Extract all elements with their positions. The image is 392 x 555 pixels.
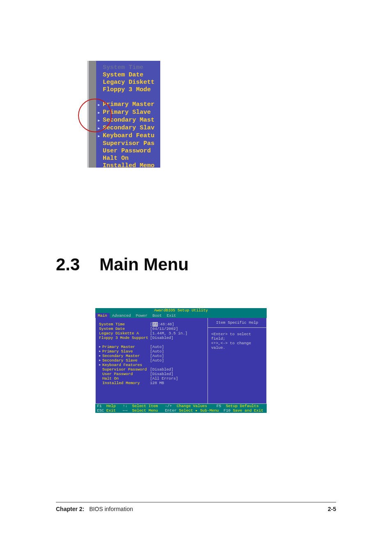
triangle-icon: ▶	[98, 109, 103, 117]
menu-label: Secondary Slav	[103, 124, 154, 131]
field-value: [Auto]	[150, 358, 164, 363]
menu-label: Floppy 3 Mode	[103, 86, 151, 93]
tab-main[interactable]: Main	[95, 313, 110, 318]
field-value: [04/11/2002]	[150, 327, 178, 331]
field-label: Keyboard Features	[102, 363, 150, 367]
submenu-row[interactable]: ▶Primary Slave[Auto]	[99, 349, 204, 354]
footer-row: ESC Exit ←→ Select Menu Enter Select ▸ S…	[97, 408, 265, 413]
field-label: Halt On	[102, 376, 150, 381]
field-row[interactable]: Halt On[All Errors]	[99, 376, 204, 381]
field-label: System Date	[99, 327, 150, 331]
field-row[interactable]: Floppy 3 Mode Support [Disabled]	[99, 336, 204, 340]
triangle-icon: ▶	[99, 349, 102, 354]
triangle-icon: ▶	[98, 125, 103, 132]
menu-label: Keyboard Featu	[103, 132, 154, 139]
list-item: ▶Secondary Mast	[98, 117, 160, 124]
list-item: System Date	[98, 71, 160, 79]
bios-crop-figure: System Time System Date Legacy Diskett F…	[87, 61, 160, 168]
bios-full-figure: AwardBIOS Setup Utility Main Advanced Po…	[95, 308, 267, 413]
cursor-block: 22	[152, 322, 158, 327]
list-item: ▶Primary Slave	[98, 109, 160, 117]
tab-advanced[interactable]: Advanced	[110, 313, 134, 318]
triangle-icon: ▶	[98, 117, 103, 124]
field-value: [1.44M, 3.5 in.]	[150, 331, 187, 336]
menu-label: User Password	[103, 147, 151, 154]
field-value-rest: :48:40]	[158, 322, 174, 327]
field-value: 128 MB	[150, 381, 164, 385]
submenu-row[interactable]: ▶Secondary Slave[Auto]	[99, 358, 204, 363]
field-value: [Auto]	[150, 354, 164, 358]
field-label: Legacy Diskette A	[99, 331, 150, 336]
triangle-icon: ▶	[98, 101, 103, 109]
chapter-title: BIOS information	[89, 506, 133, 512]
tab-exit[interactable]: Exit	[164, 313, 179, 318]
field-row[interactable]: Supervisor Password[Disabled]	[99, 367, 204, 372]
field-value: [22:48:40]	[150, 322, 174, 327]
field-label: Secondary Slave	[102, 358, 150, 363]
submenu-row[interactable]: ▶Keyboard Features	[99, 363, 204, 367]
field-value: [All Errors]	[150, 376, 178, 381]
triangle-icon: ▶	[99, 354, 102, 358]
tab-power[interactable]: Power	[133, 313, 150, 318]
list-item: ▶Keyboard Featu	[98, 132, 160, 140]
hotkey: ←→ Select Menu	[123, 408, 165, 413]
hotkey: -/+ Change Values	[165, 404, 216, 408]
bios-crop-content: System Time System Date Legacy Diskett F…	[96, 61, 160, 168]
menu-label: Legacy Diskett	[103, 79, 154, 86]
hotkey: Enter Select ▸ Sub-Menu	[165, 408, 224, 413]
bios-body: System Time [22:48:40] System Date [04/1…	[95, 318, 267, 404]
menu-label: System Time	[103, 64, 143, 71]
bios-footer: F1 Help ↑↓ Select Item -/+ Change Values…	[95, 404, 267, 413]
menu-label: Secondary Mast	[103, 117, 154, 124]
bios-main-pane: System Time [22:48:40] System Date [04/1…	[95, 318, 208, 404]
field-row[interactable]: System Date [04/11/2002]	[99, 327, 204, 331]
submenu-row[interactable]: ▶Primary Master[Auto]	[99, 345, 204, 349]
list-item: User Password	[98, 147, 160, 155]
tab-boot[interactable]: Boot	[150, 313, 164, 318]
menu-label: Supervisor Pas	[103, 140, 154, 147]
field-value: [Disabled]	[150, 367, 173, 372]
field-label: Primary Master	[102, 345, 150, 349]
field-label: System Time	[99, 322, 150, 327]
list-item: Legacy Diskett	[98, 79, 160, 86]
hotkey: F10 Save and Exit	[224, 408, 263, 413]
field-row[interactable]: User Password[Disabled]	[99, 372, 204, 376]
field-label: Supervisor Password	[102, 367, 150, 372]
field-value: [Disabled]	[150, 372, 173, 376]
hotkey: ↑↓ Select Item	[123, 404, 165, 408]
list-item: System Time	[98, 64, 160, 71]
list-item: Supervisor Pas	[98, 140, 160, 147]
submenu-row[interactable]: ▶Secondary Master[Auto]	[99, 354, 204, 358]
field-label: Primary Slave	[102, 349, 150, 354]
field-row[interactable]: Legacy Diskette A [1.44M, 3.5 in.]	[99, 331, 204, 336]
chapter-number: Chapter 2:	[56, 506, 84, 512]
field-label: Floppy 3 Mode Support	[99, 336, 150, 340]
hotkey: F5 Setup Defaults	[217, 404, 259, 408]
triangle-icon: ▶	[99, 345, 102, 349]
footer-row: F1 Help ↑↓ Select Item -/+ Change Values…	[97, 404, 265, 408]
field-label: Secondary Master	[102, 354, 150, 358]
section-heading: 2.3 Main Menu	[56, 255, 189, 274]
triangle-icon: ▶	[99, 358, 102, 363]
help-line: <+>,<-> to change value.	[211, 341, 263, 350]
hotkey: F1 Help	[97, 404, 123, 408]
page-number: 2-5	[328, 506, 336, 512]
menu-label: Primary Slave	[103, 109, 151, 116]
menu-label: Installed Memo	[103, 162, 154, 168]
field-row: Installed Memory128 MB	[99, 381, 204, 385]
field-label: User Password	[102, 372, 150, 376]
triangle-icon: ▶	[99, 363, 102, 367]
section-title: Main Menu	[99, 255, 189, 274]
page-footer: Chapter 2: BIOS information 2-5	[56, 502, 336, 512]
help-line: <Enter> to select field;	[211, 332, 263, 341]
list-item: ▶Secondary Slav	[98, 124, 160, 132]
field-row[interactable]: System Time [22:48:40]	[99, 322, 204, 327]
menu-label: System Date	[103, 71, 143, 78]
field-value: [Auto]	[150, 345, 164, 349]
list-item: Installed Memo	[98, 162, 160, 168]
field-label: Installed Memory	[102, 381, 150, 385]
menu-label: Halt On	[103, 155, 129, 162]
section-number: 2.3	[56, 255, 80, 274]
chapter-label: Chapter 2: BIOS information	[56, 506, 133, 512]
field-value: [Disabled]	[150, 336, 173, 340]
